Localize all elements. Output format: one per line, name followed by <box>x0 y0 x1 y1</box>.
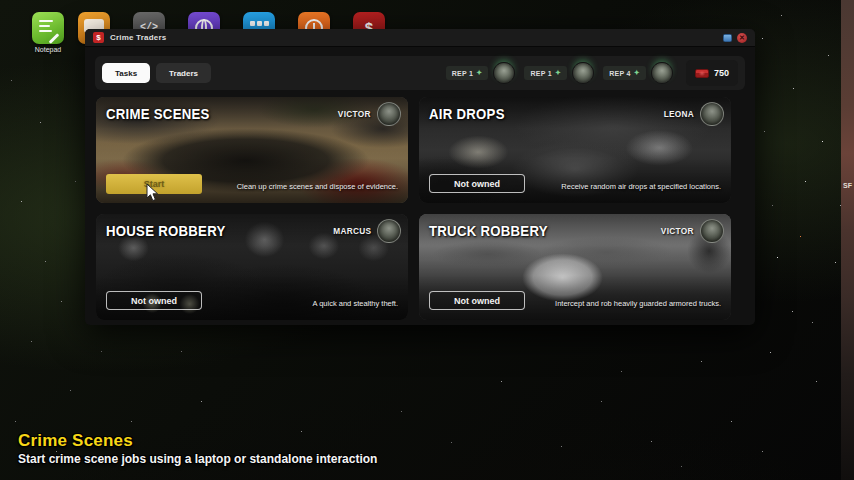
building-sign: SF <box>843 182 852 189</box>
rep-label: REP 1 <box>452 70 474 77</box>
rep-badge: REP 1 ✦ <box>524 66 567 80</box>
not-owned-button[interactable]: Not owned <box>429 291 525 310</box>
help-overlay: Crime Scenes Start crime scene jobs usin… <box>18 431 377 466</box>
trader-name: LEONA <box>664 109 694 119</box>
card-trader: LEONA <box>661 102 724 126</box>
card-title: CRIME SCENES <box>106 105 210 122</box>
rep-points-icon: ✦ <box>634 69 640 77</box>
card-trader: VICTOR <box>335 102 401 126</box>
not-owned-button[interactable]: Not owned <box>429 174 525 193</box>
rep-badge: REP 4 ✦ <box>603 66 646 80</box>
trader-avatar[interactable] <box>377 219 401 243</box>
not-owned-button[interactable]: Not owned <box>106 291 202 310</box>
trader-avatar[interactable] <box>572 62 594 84</box>
trader-avatar[interactable] <box>700 102 724 126</box>
grid-glyph <box>250 21 255 26</box>
job-card-crime-scenes: CRIME SCENES VICTOR Start Clean up crime… <box>96 97 408 203</box>
trader-name: VICTOR <box>661 226 694 236</box>
rep-badge: REP 1 ✦ <box>446 66 489 80</box>
trader-avatar[interactable] <box>493 62 515 84</box>
rep-label: REP 1 <box>530 70 552 77</box>
window-controls: ✕ <box>723 33 747 43</box>
desktop-background: SF Notepad </> $ $ Crime Traders <box>0 0 854 480</box>
pencil-glyph <box>49 33 60 44</box>
window-titlebar[interactable]: $ Crime Traders ✕ <box>85 29 755 47</box>
help-title: Crime Scenes <box>18 431 377 451</box>
card-title: AIR DROPS <box>429 105 505 122</box>
job-card-house-robbery: HOUSE ROBBERY MARCUS Not owned A quick a… <box>96 214 408 320</box>
job-card-truck-robbery: TRUCK ROBBERY VICTOR Not owned Intercept… <box>419 214 731 320</box>
card-title: TRUCK ROBBERY <box>429 222 548 239</box>
tab-traders[interactable]: Traders <box>156 63 211 83</box>
building-edge: SF <box>841 0 854 480</box>
notepad-line <box>39 20 53 22</box>
notepad-line <box>39 30 52 32</box>
notepad-label: Notepad <box>26 46 70 53</box>
help-subtitle: Start crime scene jobs using a laptop or… <box>18 452 377 466</box>
money-amount: 750 <box>714 68 729 78</box>
rep-points-icon: ✦ <box>476 69 482 77</box>
reputation-bar: REP 1 ✦ REP 1 ✦ REP 4 ✦ <box>446 60 738 86</box>
rep-group-leona: REP 1 ✦ <box>524 62 594 84</box>
trader-name: VICTOR <box>338 109 371 119</box>
notepad-line <box>39 25 50 27</box>
card-description: A quick and stealthy theft. <box>313 299 398 308</box>
card-trader: VICTOR <box>658 219 724 243</box>
cash-icon <box>695 69 709 78</box>
rep-points-icon: ✦ <box>555 69 561 77</box>
window-toolbar: Tasks Traders REP 1 ✦ REP 1 ✦ <box>95 56 745 90</box>
card-trader: MARCUS <box>330 219 401 243</box>
close-button[interactable]: ✕ <box>737 33 747 43</box>
card-description: Intercept and rob heavily guarded armore… <box>555 299 721 308</box>
card-description: Receive random air drops at specified lo… <box>561 182 721 191</box>
dollar-icon: $ <box>93 32 104 43</box>
mouse-cursor <box>146 183 159 206</box>
trader-avatar[interactable] <box>377 102 401 126</box>
card-description: Clean up crime scenes and dispose of evi… <box>237 182 398 191</box>
rep-group-marcus: REP 4 ✦ <box>603 62 673 84</box>
trader-avatar[interactable] <box>700 219 724 243</box>
starfield <box>0 0 1 1</box>
money-badge: 750 <box>686 60 738 86</box>
crime-traders-window: $ Crime Traders ✕ Tasks Traders REP 1 ✦ <box>85 29 755 325</box>
tab-tasks[interactable]: Tasks <box>102 63 150 83</box>
trader-name: MARCUS <box>333 226 371 236</box>
notepad-icon[interactable] <box>32 12 64 44</box>
trader-avatar[interactable] <box>651 62 673 84</box>
job-card-air-drops: AIR DROPS LEONA Not owned Receive random… <box>419 97 731 203</box>
rep-group-victor: REP 1 ✦ <box>446 62 516 84</box>
dock-item-notepad[interactable]: Notepad <box>26 12 70 53</box>
minimize-button[interactable] <box>723 34 732 42</box>
rep-label: REP 4 <box>609 70 631 77</box>
window-title: Crime Traders <box>110 33 166 42</box>
card-title: HOUSE ROBBERY <box>106 222 226 239</box>
